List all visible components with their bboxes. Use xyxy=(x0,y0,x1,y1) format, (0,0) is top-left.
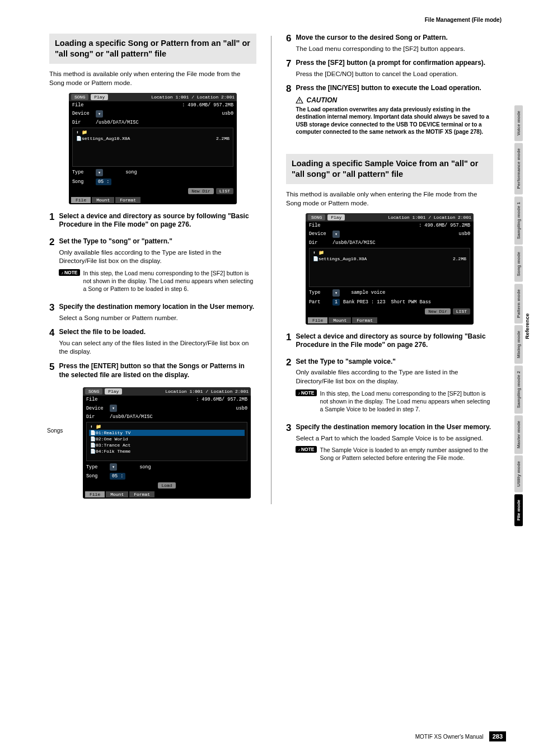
step-num-5: 5 xyxy=(49,362,54,382)
sidetab-song[interactable]: Song mode xyxy=(514,246,523,282)
ss3-tab-mount: Mount xyxy=(329,317,351,323)
ss2-location: Location 1:001 / Location 2:001 xyxy=(165,389,249,394)
ss3-newdir-button: New Dir xyxy=(425,308,451,314)
sidetab-performance[interactable]: Performance mode xyxy=(514,143,523,194)
step-num-3b: 3 xyxy=(286,423,291,466)
ss1-tab-mount: Mount xyxy=(92,197,114,203)
ss2-tab-format: Format xyxy=(129,491,154,497)
ss1-newdir-button: New Dir xyxy=(188,188,214,194)
device-screenshot-3: SONG Play Location 1:001 / Location 2:00… xyxy=(306,213,474,325)
step-num-1b: 1 xyxy=(286,332,291,352)
ss2-file-listbox: ⬆ 📁 📄 01:Reality TV 📄 02:One World 📄 03:… xyxy=(86,422,247,461)
ss2-tab-mount: Mount xyxy=(106,491,128,497)
section-heading-1: Loading a specific Song or Pattern from … xyxy=(49,34,256,64)
ss2-load-button: Load xyxy=(158,482,175,489)
sidetab-mixing[interactable]: Mixing mode xyxy=(514,325,523,364)
ss3-file-size: : 490.6MB/ 957.2MB xyxy=(419,223,470,228)
ss3-file-item-size: 2.2MB xyxy=(453,256,466,261)
ss1-file-size: : 490.6MB/ 957.2MB xyxy=(182,102,233,108)
ss1-device-label: Device xyxy=(72,111,96,116)
ss2-file-0: 01:Reality TV xyxy=(96,430,243,435)
ss2-song-val: 05 : xyxy=(110,473,125,480)
ss1-location: Location 1:001 / Location 2:001 xyxy=(151,95,235,100)
step-5: 5 Press the [ENTER] button so that the S… xyxy=(49,362,256,382)
step-2-text: Only available files according to the Ty… xyxy=(59,248,256,266)
step-2b-title: Set the Type to "sample voice." xyxy=(296,358,493,367)
sidetab-sampling2[interactable]: Sampling mode 2 xyxy=(514,365,523,414)
ss3-device-val: usb0 xyxy=(459,231,470,237)
ss1-device-val: usb0 xyxy=(222,111,233,116)
ss1-tab-format: Format xyxy=(115,197,140,203)
ss3-type-select: ▾ xyxy=(332,289,340,297)
ss2-song-label: Song xyxy=(86,473,110,479)
footer-page-number: 283 xyxy=(489,731,506,741)
side-reference-label: Reference xyxy=(524,313,530,339)
ss2-type-val: song xyxy=(139,464,151,470)
note-badge-3b: NOTE xyxy=(296,446,316,453)
ss2-device-select: ▾ xyxy=(110,405,117,412)
sidetab-voice[interactable]: Voice mode xyxy=(514,105,523,141)
section-heading-2: Loading a specific Sample Voice from an … xyxy=(286,154,493,184)
note-badge: NOTE xyxy=(59,269,79,276)
ss1-dir-label: Dir xyxy=(72,120,96,125)
sidetab-sampling1[interactable]: Sampling mode 1 xyxy=(514,196,523,245)
ss3-bank-label: Bank xyxy=(343,299,354,305)
step-3: 3 Specify the destination memory locatio… xyxy=(49,303,256,322)
page-section-header: File Management (File mode) xyxy=(425,17,502,23)
ss1-song-label: Song xyxy=(72,179,96,185)
ss3-bank-val: PRE3 : 123 xyxy=(357,299,386,305)
step-num-6: 6 xyxy=(286,34,291,53)
ss3-mode: SONG xyxy=(308,214,325,220)
ss3-device-select: ▾ xyxy=(332,231,340,238)
ss3-submode: Play xyxy=(327,214,345,220)
right-column: 6 Move the cursor to the desired Song or… xyxy=(286,34,493,506)
ss2-file-label: File xyxy=(86,397,110,402)
step-3b-title: Specify the destination memory location … xyxy=(296,423,493,432)
step-4-title: Select the file to be loaded. xyxy=(59,328,256,337)
step-4: 4 Select the file to be loaded. You can … xyxy=(49,328,256,356)
ss3-tab-file: File xyxy=(308,317,327,323)
caution-icon xyxy=(296,96,303,104)
songs-pointer-label: Songs xyxy=(47,428,63,434)
ss2-dir-label: Dir xyxy=(86,414,110,420)
ss1-type-select: ▾ xyxy=(96,169,103,176)
note-badge-2b: NOTE xyxy=(296,389,316,396)
step-3b-note: The Sample Voice is loaded to an empty n… xyxy=(320,446,493,462)
step-1: 1 Select a device and directory as sourc… xyxy=(49,212,256,232)
step-3b: 3 Specify the destination memory locatio… xyxy=(286,423,493,466)
step-num-7: 7 xyxy=(286,59,291,78)
ss3-file-item: settings_Aug10.X0A xyxy=(318,256,453,261)
step-7-title: Press the [SF2] button (a prompt for con… xyxy=(296,59,493,68)
sidetab-master[interactable]: Master mode xyxy=(514,415,523,454)
step-num-4: 4 xyxy=(49,328,54,356)
ss1-dir-path: /usb0/DATA/MISC xyxy=(96,120,233,125)
step-3-text: Select a Song number or Pattern number. xyxy=(59,314,256,323)
ss3-dir-path: /usb0/DATA/MISC xyxy=(332,240,470,246)
step-1b-title: Select a device and directory as source … xyxy=(296,332,493,350)
caution-text: The Load operation overwrites any data p… xyxy=(296,106,493,136)
side-mode-tabs: Voice mode Performance mode Sampling mod… xyxy=(514,105,523,526)
step-3b-text: Select a Part to which the loaded Sample… xyxy=(296,434,493,443)
step-7: 7 Press the [SF2] button (a prompt for c… xyxy=(286,59,493,78)
ss1-device-select: ▾ xyxy=(96,110,103,118)
step-num-2: 2 xyxy=(49,237,54,297)
ss2-tab-file: File xyxy=(85,491,105,497)
sidetab-pattern[interactable]: Pattern mode xyxy=(514,284,523,323)
step-2b: 2 Set the Type to "sample voice." Only a… xyxy=(286,358,493,417)
ss2-type-label: Type xyxy=(86,464,110,470)
step-num-1: 1 xyxy=(49,212,54,232)
sidetab-file[interactable]: File mode xyxy=(514,494,523,526)
ss3-file-listbox: ⬆ 📁 📄 settings_Aug10.X0A2.2MB xyxy=(309,248,470,287)
step-2b-text: Only available files according to the Ty… xyxy=(296,368,493,386)
ss1-file-label: File xyxy=(72,102,96,108)
ss1-song-val: 05 : xyxy=(96,179,111,185)
ss2-type-select: ▾ xyxy=(110,463,117,471)
ss1-file-listbox: ⬆ 📁 📄 settings_Aug10.X0A2.2MB xyxy=(72,128,233,167)
ss1-type-label: Type xyxy=(72,170,96,175)
ss3-type-label: Type xyxy=(309,290,332,295)
sidetab-utility[interactable]: Utility mode xyxy=(514,456,523,492)
step-3-title: Specify the destination memory location … xyxy=(59,303,256,312)
ss2-file-2: 03:Trance Act xyxy=(96,443,243,448)
ss3-dir-label: Dir xyxy=(309,240,332,246)
step-6-text: The Load menu corresponding to the [SF2]… xyxy=(296,45,493,54)
